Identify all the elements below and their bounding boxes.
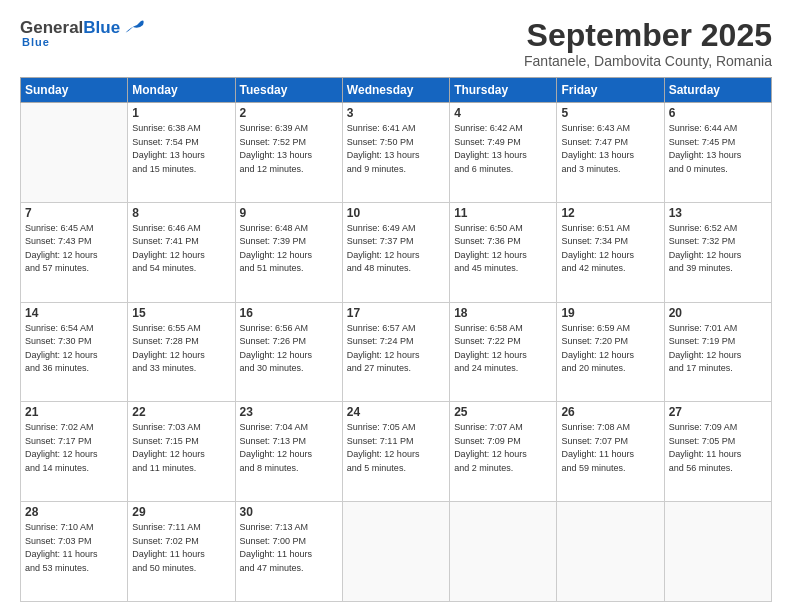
location-title: Fantanele, Dambovita County, Romania (524, 53, 772, 69)
calendar-cell: 12Sunrise: 6:51 AM Sunset: 7:34 PM Dayli… (557, 202, 664, 302)
week-row-2: 7Sunrise: 6:45 AM Sunset: 7:43 PM Daylig… (21, 202, 772, 302)
calendar-cell: 24Sunrise: 7:05 AM Sunset: 7:11 PM Dayli… (342, 402, 449, 502)
calendar-cell: 3Sunrise: 6:41 AM Sunset: 7:50 PM Daylig… (342, 103, 449, 203)
page: General Blue Blue September 2025 Fantane… (0, 0, 792, 612)
calendar-cell: 6Sunrise: 6:44 AM Sunset: 7:45 PM Daylig… (664, 103, 771, 203)
calendar-cell: 22Sunrise: 7:03 AM Sunset: 7:15 PM Dayli… (128, 402, 235, 502)
calendar-cell: 21Sunrise: 7:02 AM Sunset: 7:17 PM Dayli… (21, 402, 128, 502)
calendar-cell: 8Sunrise: 6:46 AM Sunset: 7:41 PM Daylig… (128, 202, 235, 302)
day-number: 7 (25, 206, 123, 220)
day-info: Sunrise: 7:08 AM Sunset: 7:07 PM Dayligh… (561, 421, 659, 475)
day-info: Sunrise: 6:41 AM Sunset: 7:50 PM Dayligh… (347, 122, 445, 176)
day-info: Sunrise: 7:04 AM Sunset: 7:13 PM Dayligh… (240, 421, 338, 475)
day-number: 9 (240, 206, 338, 220)
calendar-cell: 13Sunrise: 6:52 AM Sunset: 7:32 PM Dayli… (664, 202, 771, 302)
weekday-header-saturday: Saturday (664, 78, 771, 103)
calendar-cell: 27Sunrise: 7:09 AM Sunset: 7:05 PM Dayli… (664, 402, 771, 502)
day-number: 13 (669, 206, 767, 220)
calendar-cell: 1Sunrise: 6:38 AM Sunset: 7:54 PM Daylig… (128, 103, 235, 203)
day-number: 2 (240, 106, 338, 120)
day-info: Sunrise: 6:50 AM Sunset: 7:36 PM Dayligh… (454, 222, 552, 276)
day-info: Sunrise: 6:57 AM Sunset: 7:24 PM Dayligh… (347, 322, 445, 376)
weekday-header-friday: Friday (557, 78, 664, 103)
day-number: 3 (347, 106, 445, 120)
calendar-cell: 19Sunrise: 6:59 AM Sunset: 7:20 PM Dayli… (557, 302, 664, 402)
day-number: 4 (454, 106, 552, 120)
calendar-cell: 11Sunrise: 6:50 AM Sunset: 7:36 PM Dayli… (450, 202, 557, 302)
day-number: 10 (347, 206, 445, 220)
day-info: Sunrise: 7:02 AM Sunset: 7:17 PM Dayligh… (25, 421, 123, 475)
week-row-5: 28Sunrise: 7:10 AM Sunset: 7:03 PM Dayli… (21, 502, 772, 602)
weekday-header-monday: Monday (128, 78, 235, 103)
day-number: 29 (132, 505, 230, 519)
day-number: 16 (240, 306, 338, 320)
calendar-cell: 17Sunrise: 6:57 AM Sunset: 7:24 PM Dayli… (342, 302, 449, 402)
calendar-cell: 4Sunrise: 6:42 AM Sunset: 7:49 PM Daylig… (450, 103, 557, 203)
header-row: General Blue Blue September 2025 Fantane… (20, 18, 772, 69)
logo-blue-text: Blue (83, 18, 120, 38)
day-info: Sunrise: 6:55 AM Sunset: 7:28 PM Dayligh… (132, 322, 230, 376)
calendar-cell: 20Sunrise: 7:01 AM Sunset: 7:19 PM Dayli… (664, 302, 771, 402)
day-number: 8 (132, 206, 230, 220)
calendar-cell: 25Sunrise: 7:07 AM Sunset: 7:09 PM Dayli… (450, 402, 557, 502)
day-info: Sunrise: 6:38 AM Sunset: 7:54 PM Dayligh… (132, 122, 230, 176)
day-info: Sunrise: 6:39 AM Sunset: 7:52 PM Dayligh… (240, 122, 338, 176)
day-info: Sunrise: 6:44 AM Sunset: 7:45 PM Dayligh… (669, 122, 767, 176)
day-number: 20 (669, 306, 767, 320)
day-number: 1 (132, 106, 230, 120)
day-info: Sunrise: 7:09 AM Sunset: 7:05 PM Dayligh… (669, 421, 767, 475)
day-info: Sunrise: 7:13 AM Sunset: 7:00 PM Dayligh… (240, 521, 338, 575)
logo-bird-icon (123, 19, 145, 37)
logo-subtitle: Blue (22, 36, 50, 48)
day-info: Sunrise: 6:46 AM Sunset: 7:41 PM Dayligh… (132, 222, 230, 276)
weekday-header-sunday: Sunday (21, 78, 128, 103)
day-number: 24 (347, 405, 445, 419)
day-info: Sunrise: 7:03 AM Sunset: 7:15 PM Dayligh… (132, 421, 230, 475)
month-title: September 2025 (524, 18, 772, 53)
calendar-cell: 5Sunrise: 6:43 AM Sunset: 7:47 PM Daylig… (557, 103, 664, 203)
calendar-cell (342, 502, 449, 602)
logo: General Blue Blue (20, 18, 145, 48)
title-block: September 2025 Fantanele, Dambovita Coun… (524, 18, 772, 69)
day-info: Sunrise: 6:51 AM Sunset: 7:34 PM Dayligh… (561, 222, 659, 276)
day-number: 25 (454, 405, 552, 419)
calendar-cell (557, 502, 664, 602)
weekday-header-row: SundayMondayTuesdayWednesdayThursdayFrid… (21, 78, 772, 103)
calendar-cell: 29Sunrise: 7:11 AM Sunset: 7:02 PM Dayli… (128, 502, 235, 602)
day-number: 21 (25, 405, 123, 419)
day-number: 23 (240, 405, 338, 419)
calendar-cell: 9Sunrise: 6:48 AM Sunset: 7:39 PM Daylig… (235, 202, 342, 302)
day-number: 5 (561, 106, 659, 120)
day-info: Sunrise: 7:07 AM Sunset: 7:09 PM Dayligh… (454, 421, 552, 475)
day-info: Sunrise: 6:48 AM Sunset: 7:39 PM Dayligh… (240, 222, 338, 276)
day-number: 17 (347, 306, 445, 320)
calendar-cell: 7Sunrise: 6:45 AM Sunset: 7:43 PM Daylig… (21, 202, 128, 302)
day-info: Sunrise: 6:49 AM Sunset: 7:37 PM Dayligh… (347, 222, 445, 276)
calendar-cell: 16Sunrise: 6:56 AM Sunset: 7:26 PM Dayli… (235, 302, 342, 402)
calendar-cell: 15Sunrise: 6:55 AM Sunset: 7:28 PM Dayli… (128, 302, 235, 402)
day-info: Sunrise: 6:54 AM Sunset: 7:30 PM Dayligh… (25, 322, 123, 376)
day-info: Sunrise: 6:45 AM Sunset: 7:43 PM Dayligh… (25, 222, 123, 276)
day-number: 12 (561, 206, 659, 220)
week-row-3: 14Sunrise: 6:54 AM Sunset: 7:30 PM Dayli… (21, 302, 772, 402)
day-info: Sunrise: 7:11 AM Sunset: 7:02 PM Dayligh… (132, 521, 230, 575)
calendar-cell: 23Sunrise: 7:04 AM Sunset: 7:13 PM Dayli… (235, 402, 342, 502)
calendar-cell: 10Sunrise: 6:49 AM Sunset: 7:37 PM Dayli… (342, 202, 449, 302)
calendar-cell (21, 103, 128, 203)
day-info: Sunrise: 7:01 AM Sunset: 7:19 PM Dayligh… (669, 322, 767, 376)
calendar-table: SundayMondayTuesdayWednesdayThursdayFrid… (20, 77, 772, 602)
day-number: 11 (454, 206, 552, 220)
day-info: Sunrise: 6:58 AM Sunset: 7:22 PM Dayligh… (454, 322, 552, 376)
calendar-cell (664, 502, 771, 602)
day-number: 15 (132, 306, 230, 320)
weekday-header-tuesday: Tuesday (235, 78, 342, 103)
calendar-cell: 2Sunrise: 6:39 AM Sunset: 7:52 PM Daylig… (235, 103, 342, 203)
weekday-header-thursday: Thursday (450, 78, 557, 103)
day-info: Sunrise: 6:43 AM Sunset: 7:47 PM Dayligh… (561, 122, 659, 176)
week-row-1: 1Sunrise: 6:38 AM Sunset: 7:54 PM Daylig… (21, 103, 772, 203)
calendar-cell (450, 502, 557, 602)
day-info: Sunrise: 6:52 AM Sunset: 7:32 PM Dayligh… (669, 222, 767, 276)
logo-general-text: General (20, 18, 83, 38)
day-number: 14 (25, 306, 123, 320)
day-number: 22 (132, 405, 230, 419)
